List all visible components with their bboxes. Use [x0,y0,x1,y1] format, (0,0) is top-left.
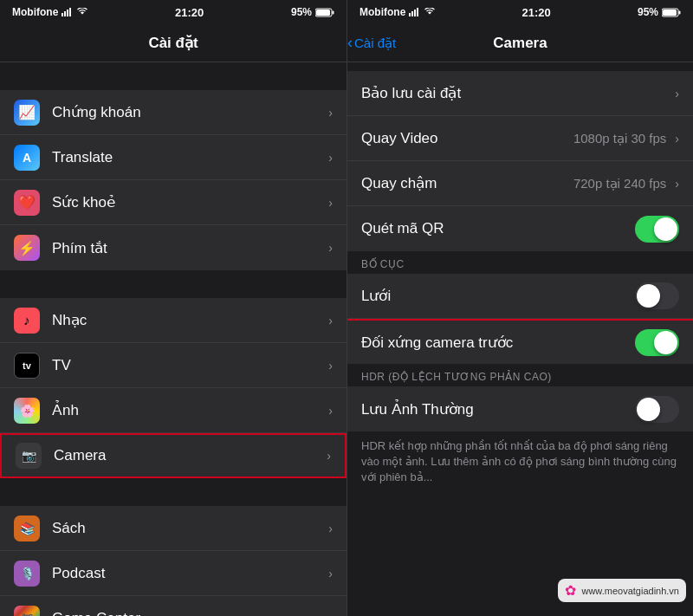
list-item-tv[interactable]: tv TV › [0,343,346,388]
svg-rect-1 [64,11,66,16]
tv-label: TV [52,357,325,374]
luuanh-knob [637,398,660,421]
section-hdr: HDR (ĐỘ LỆCH TƯƠNG PHẢN CAO) Lưu Ảnh Thư… [347,364,693,431]
podcast-chevron: › [328,567,333,580]
list-item-photos[interactable]: 🌸 Ảnh › [0,388,346,433]
left-nav-title: Cài đặt [148,34,198,52]
svg-rect-13 [678,10,680,14]
list-item-health[interactable]: ❤️ Sức khoẻ › [0,180,346,225]
list-item-music[interactable]: ♪ Nhạc › [0,298,346,343]
right-wifi-icon [424,8,435,16]
camera-label: Camera [54,447,323,464]
gamecenter-icon: 🎮 [14,606,40,616]
music-chevron: › [328,314,333,327]
right-battery: 95% [638,6,681,18]
svg-rect-5 [316,10,330,16]
luoi-label: Lưới [361,287,635,305]
quetqr-knob [654,217,677,241]
stocks-icon: 📈 [14,100,40,126]
books-chevron: › [328,522,333,535]
translate-icon: A [14,145,40,171]
translate-chevron: › [328,151,333,165]
camera-icon: 📷 [16,443,42,469]
back-button[interactable]: ‹ Cài đặt [347,34,396,52]
svg-rect-10 [417,8,418,16]
gamecenter-chevron: › [328,612,333,616]
list-item-doixuong[interactable]: Đối xứng camera trước [347,319,693,364]
list-item-stocks[interactable]: 📈 Chứng khoán › [0,90,346,135]
quayvideo-label: Quay Video [361,130,573,147]
left-nav-bar: Cài đặt [0,24,346,62]
back-label: Cài đặt [354,36,396,51]
watermark-url: www.meovatgiadinh.vn [581,586,679,596]
music-icon: ♪ [14,308,40,334]
music-label: Nhạc [52,311,325,329]
watermark-flower-icon: ✿ [565,582,576,599]
svg-rect-6 [332,10,334,14]
shortcuts-icon: ⚡ [14,235,40,261]
luoi-toggle[interactable] [635,282,679,309]
books-label: Sách [52,520,325,537]
right-panel: Mobifone 21:20 95% ‹ Cài đặt Camera Bảo … [346,0,693,616]
podcast-icon: 🎙️ [14,561,40,587]
signal-icon [62,8,74,16]
svg-rect-0 [62,13,63,16]
stocks-chevron: › [328,106,333,120]
section-gap-3 [0,478,346,506]
tv-chevron: › [328,359,333,373]
list-item-luuanh[interactable]: Lưu Ảnh Thường [347,386,693,431]
quetqr-label: Quét mã QR [361,220,635,237]
doixuong-toggle[interactable] [635,329,679,356]
baoluu-chevron: › [675,87,679,101]
section-gap-2 [0,270,346,298]
left-status-bar: Mobifone 21:20 95% [0,0,346,24]
section-bocuc: BỐ CỤC Lưới Đối xứng camera trước [347,251,693,364]
svg-rect-3 [69,8,71,16]
shortcuts-label: Phím tắt [52,239,325,257]
quaycham-label: Quay chậm [361,174,573,192]
quaycham-value: 720p tại 240 fps [573,176,666,191]
list-item-shortcuts[interactable]: ⚡ Phím tắt › [0,225,346,270]
list-item-gamecenter[interactable]: 🎮 Game Center › [0,596,346,616]
luoi-knob [637,284,660,308]
back-chevron-icon: ‹ [347,34,353,52]
left-time: 21:20 [175,6,204,19]
list-item-quetqr[interactable]: Quét mã QR [347,206,693,251]
right-nav-title: Camera [493,35,547,52]
list-item-quaycham[interactable]: Quay chậm 720p tại 240 fps › [347,161,693,206]
doixuong-knob [654,331,677,354]
hdr-description-container: HDR kết hợp những phần tốt nhất của ba đ… [347,431,693,493]
right-settings-list: Bảo lưu cài đặt › Quay Video 1080p tại 3… [347,62,693,616]
watermark: ✿ www.meovatgiadinh.vn [558,579,686,602]
list-item-podcast[interactable]: 🎙️ Podcast › [0,551,346,596]
svg-rect-12 [663,10,677,16]
quayvideo-value: 1080p tại 30 fps [573,131,666,146]
list-item-translate[interactable]: A Translate › [0,135,346,180]
svg-rect-7 [409,13,411,16]
hdr-header: HDR (ĐỘ LỆCH TƯƠNG PHẢN CAO) [347,364,693,386]
gamecenter-label: Game Center [52,610,325,616]
luuanh-toggle[interactable] [635,396,679,423]
tv-icon: tv [14,353,40,379]
left-panel: Mobifone 21:20 95% Cài đặt 📈 Chứng khoán… [0,0,346,616]
right-battery-icon [662,8,681,17]
list-item-books[interactable]: 📚 Sách › [0,506,346,551]
quetqr-toggle[interactable] [635,216,679,243]
doixuong-label: Đối xứng camera trước [361,334,635,352]
health-chevron: › [328,196,333,210]
right-time: 21:20 [522,6,551,19]
list-item-camera[interactable]: 📷 Camera › [0,433,346,478]
section-gap-1 [0,62,346,90]
left-settings-list: 📈 Chứng khoán › A Translate › ❤️ Sức kho… [0,62,346,616]
books-icon: 📚 [14,515,40,541]
list-item-luoi[interactable]: Lưới [347,274,693,319]
stocks-label: Chứng khoán [52,103,325,121]
camera-chevron: › [327,449,331,463]
list-item-quayvideo[interactable]: Quay Video 1080p tại 30 fps › [347,116,693,161]
translate-label: Translate [52,149,325,166]
right-nav-bar: ‹ Cài đặt Camera [347,24,693,62]
hdr-description: HDR kết hợp những phần tốt nhất của ba đ… [361,438,679,486]
list-item-baoluu[interactable]: Bảo lưu cài đặt › [347,71,693,116]
health-label: Sức khoẻ [52,193,325,211]
svg-rect-8 [411,11,413,16]
